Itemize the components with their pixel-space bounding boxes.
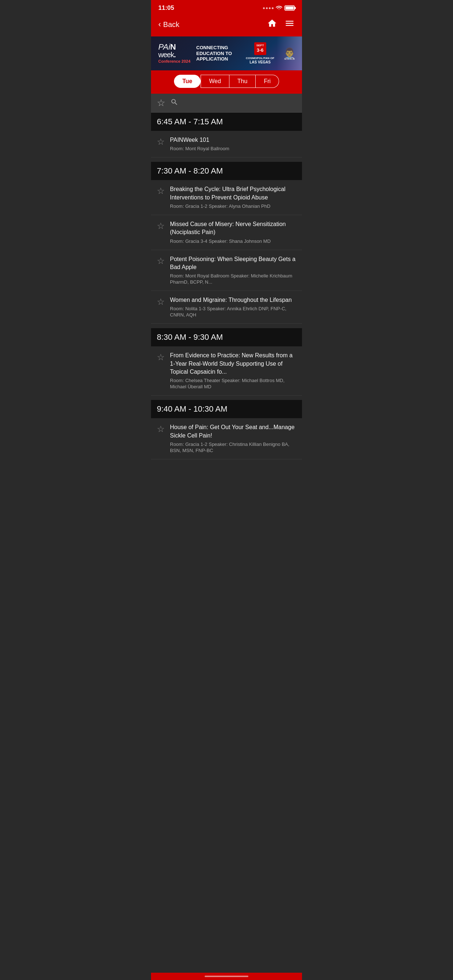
session-meta: Room: Chelsea Theater Speaker: Michael B… [170, 378, 296, 390]
session-content: From Evidence to Practice: New Results f… [170, 352, 296, 390]
session-title: PAINWeek 101 [170, 136, 296, 144]
tab-friday[interactable]: Fri [256, 75, 279, 88]
tab-thursday[interactable]: Thu [230, 75, 256, 88]
session-content: Women and Migraine: Throughout the Lifes… [170, 296, 296, 318]
date-badge: SEPT 3-6 [254, 42, 266, 55]
session-item[interactable]: ☆ Breaking the Cycle: Ultra Brief Psycho… [151, 180, 302, 215]
back-arrow-icon: ‹ [158, 20, 161, 29]
nav-bar: ‹ Back [151, 14, 302, 37]
session-meta: Room: Gracia 3-4 Speaker: Shana Johnson … [170, 239, 296, 245]
session-meta: Room: Mont Royal Ballroom [170, 146, 296, 152]
status-bar: 11:05 [151, 0, 302, 14]
session-item[interactable]: ☆ Potent Poisoning: When Sleeping Beauty… [151, 250, 302, 291]
session-star[interactable]: ☆ [157, 297, 165, 307]
time-slot-1: 6:45 AM - 7:15 AM [151, 113, 302, 131]
session-title: Missed Cause of Misery: Nerve Sensitizat… [170, 220, 296, 237]
session-item[interactable]: ☆ PAINWeek 101 Room: Mont Royal Ballroom [151, 131, 302, 158]
session-star[interactable]: ☆ [157, 256, 165, 266]
signal-icon [263, 7, 274, 9]
status-icons [263, 5, 295, 11]
conference-year: Conference 2024 [158, 59, 190, 64]
session-title: Women and Migraine: Throughout the Lifes… [170, 296, 296, 304]
session-item[interactable]: ☆ Missed Cause of Misery: Nerve Sensitiz… [151, 215, 302, 250]
session-content: House of Pain: Get Out Your Seat and...M… [170, 423, 296, 454]
banner-tagline: CONNECTING EDUCATION TO APPLICATION [196, 45, 240, 62]
session-content: Missed Cause of Misery: Nerve Sensitizat… [170, 220, 296, 245]
session-content: PAINWeek 101 Room: Mont Royal Ballroom [170, 136, 296, 152]
tab-wednesday[interactable]: Wed [201, 75, 230, 88]
time-slot-3: 8:30 AM - 9:30 AM [151, 328, 302, 346]
session-title: Breaking the Cycle: Ultra Brief Psycholo… [170, 185, 296, 202]
wifi-icon [276, 5, 282, 11]
session-meta: Room: Gracia 1-2 Speaker: Christina Kill… [170, 442, 296, 454]
session-meta: Room: Gracia 1-2 Speaker: Alyna Ohanian … [170, 204, 296, 210]
session-item[interactable]: ☆ Women and Migraine: Throughout the Lif… [151, 291, 302, 324]
session-item[interactable]: ☆ House of Pain: Get Out Your Seat and..… [151, 418, 302, 460]
back-label: Back [163, 21, 179, 29]
session-title: From Evidence to Practice: New Results f… [170, 352, 296, 376]
session-star[interactable]: ☆ [157, 352, 165, 363]
session-meta: Room: Nolita 1-3 Speaker: Annika Ehrlich… [170, 306, 296, 318]
session-content: Breaking the Cycle: Ultra Brief Psycholo… [170, 185, 296, 210]
session-star[interactable]: ☆ [157, 186, 165, 196]
nav-right-icons [267, 18, 295, 30]
session-title: Potent Poisoning: When Sleeping Beauty G… [170, 255, 296, 272]
session-star[interactable]: ☆ [157, 137, 165, 147]
time-slot-2: 7:30 AM - 8:20 AM [151, 162, 302, 180]
status-time: 11:05 [158, 5, 174, 12]
favorites-filter-button[interactable]: ☆ [157, 97, 165, 109]
session-title: House of Pain: Get Out Your Seat and...M… [170, 423, 296, 440]
tab-tuesday[interactable]: Tue [174, 75, 201, 88]
search-button[interactable] [170, 98, 179, 108]
session-star[interactable]: ☆ [157, 221, 165, 231]
back-button[interactable]: ‹ Back [158, 20, 179, 29]
conference-banner: PAiN week. Conference 2024 CONNECTING ED… [151, 37, 302, 70]
session-content: Potent Poisoning: When Sleeping Beauty G… [170, 255, 296, 286]
session-item[interactable]: ☆ From Evidence to Practice: New Results… [151, 346, 302, 396]
conference-logo: PAiN week. Conference 2024 [158, 43, 190, 64]
filter-bar: ☆ [151, 94, 302, 113]
session-meta: Room: Mont Royal Ballroom Speaker: Miche… [170, 273, 296, 285]
session-star[interactable]: ☆ [157, 424, 165, 434]
battery-icon [284, 5, 295, 11]
menu-button[interactable] [284, 18, 295, 30]
day-tabs: Tue Wed Thu Fri [151, 70, 302, 94]
time-slot-4: 9:40 AM - 10:30 AM [151, 400, 302, 418]
venue-info: COSMOPOLITAN OF LAS VEGAS [246, 57, 274, 65]
home-button[interactable] [267, 18, 277, 30]
